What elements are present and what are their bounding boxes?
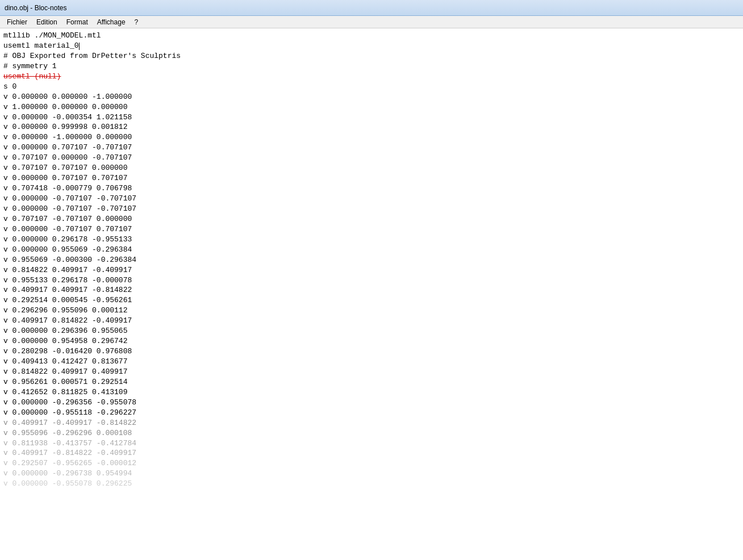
text-line: v 0.409917 -0.814822 -0.409917 [3,448,740,458]
text-line: v 0.296296 0.955096 0.000112 [3,306,740,316]
text-line: v 0.000000 0.954958 0.296742 [3,336,740,346]
menu-format[interactable]: Format [62,17,93,27]
text-line: v 0.955096 -0.296296 0.000108 [3,428,740,438]
text-line: v 0.280298 -0.016420 0.976808 [3,346,740,357]
text-line: v 0.000000 -0.296356 -0.955078 [3,398,740,408]
text-line: v 0.000000 0.707107 -0.707107 [3,143,740,153]
menu-edition[interactable]: Edition [32,17,62,27]
menu-help[interactable]: ? [130,17,143,27]
text-line: v 0.000000 -0.707107 -0.707107 [3,194,740,204]
text-line: usemtl (null) [3,72,740,82]
text-line: v 0.000000 0.707107 0.707107 [3,173,740,183]
text-line: v 0.292514 0.000545 -0.956261 [3,295,740,306]
text-line: v 0.409917 -0.409917 -0.814822 [3,418,740,428]
text-line: v 0.292507 -0.956265 -0.000012 [3,458,740,469]
text-content-area[interactable]: mtllib ./MON_MODEL.mtlusemtl material_0#… [0,28,743,560]
window-title: dino.obj - Bloc-notes [5,4,66,12]
text-line: v 0.956261 0.000571 0.292514 [3,377,740,387]
text-line: v 0.000000 -0.707107 -0.707107 [3,204,740,214]
text-line: usemtl material_0 [3,41,740,51]
text-line: v 0.000000 0.955069 -0.296384 [3,245,740,255]
menu-bar: Fichier Edition Format Affichage ? [0,16,743,28]
text-line: v 0.409413 0.412427 0.813677 [3,357,740,367]
text-line: v 0.707107 0.707107 0.000000 [3,163,740,173]
text-line: v 0.000000 -1.000000 0.000000 [3,132,740,143]
text-line: v 0.955069 -0.000300 -0.296384 [3,255,740,265]
text-line: # OBJ Exported from DrPetter's Sculptris [3,51,740,61]
text-line: v 0.000000 0.999998 0.001812 [3,122,740,132]
text-line: v 0.000000 -0.955118 -0.296227 [3,408,740,418]
text-line: v 0.000000 0.296396 0.955065 [3,326,740,336]
menu-affichage[interactable]: Affichage [93,17,130,27]
text-line: v 0.409917 0.814822 -0.409917 [3,316,740,326]
text-line: # symmetry 1 [3,61,740,72]
text-line: v 0.412652 0.811825 0.413109 [3,387,740,398]
text-line: v 0.707107 0.000000 -0.707107 [3,153,740,163]
text-line: v 0.000000 -0.296738 0.954994 [3,469,740,479]
text-line: v 0.814822 0.409917 0.409917 [3,367,740,377]
text-line: v 0.000000 -0.000354 1.021158 [3,112,740,123]
text-line: v 0.000000 0.000000 -1.000000 [3,92,740,102]
text-line: v 0.707418 -0.000779 0.706798 [3,183,740,194]
text-line: v 0.000000 -0.955078 0.296225 [3,479,740,489]
text-line: v 0.814822 0.409917 -0.409917 [3,265,740,275]
text-line: v 0.955133 0.296178 -0.000078 [3,275,740,286]
menu-fichier[interactable]: Fichier [2,17,32,27]
text-line: s 0 [3,82,740,92]
text-line: v 0.000000 -0.707107 0.707107 [3,224,740,235]
text-line: v 0.409917 0.409917 -0.814822 [3,285,740,295]
text-line: mtllib ./MON_MODEL.mtl [3,31,740,41]
text-line: v 0.000000 0.296178 -0.955133 [3,235,740,245]
text-cursor [79,43,80,50]
title-bar: dino.obj - Bloc-notes [0,0,743,16]
text-line: v 0.811938 -0.413757 -0.412784 [3,438,740,449]
text-line: v 1.000000 0.000000 0.000000 [3,102,740,112]
text-line: v 0.707107 -0.707107 0.000000 [3,214,740,224]
